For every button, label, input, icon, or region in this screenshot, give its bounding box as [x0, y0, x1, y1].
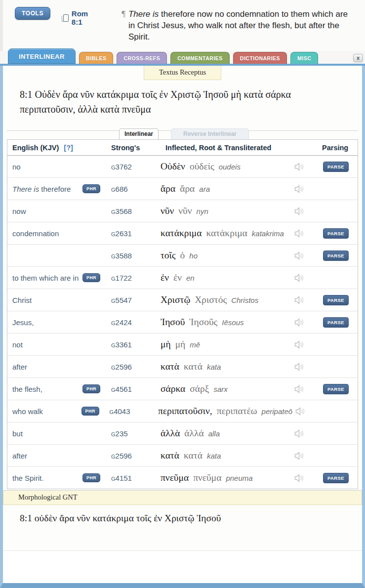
phrase-cell: PHR	[81, 407, 110, 416]
greek-cell: νῦννῦνnyn	[161, 204, 294, 218]
transliteration: mē	[190, 340, 200, 349]
parse-button[interactable]: PARSE	[323, 473, 349, 483]
parse-button[interactable]: PARSE	[323, 317, 349, 328]
english-italic-part: There is	[12, 185, 39, 193]
close-icon[interactable]: x	[353, 54, 363, 62]
transliteration: pneuma	[226, 474, 252, 482]
tab-interlinear[interactable]: INTERLINEAR	[8, 48, 76, 64]
strongs-cell[interactable]: G3568	[111, 207, 161, 215]
strongs-cell[interactable]: G2596	[111, 363, 161, 371]
greek-cell: πνεῦμαπνεῦμαpneuma	[161, 471, 294, 485]
phrase-button[interactable]: PHR	[82, 273, 100, 282]
english-cell: now	[7, 206, 82, 216]
speaker-icon[interactable]	[295, 407, 306, 416]
greek-root: περιπατέω	[217, 406, 257, 416]
transliteration: kata	[207, 452, 221, 460]
phrase-cell: PHR	[82, 229, 111, 238]
speaker-icon[interactable]	[294, 318, 305, 327]
tab-misc[interactable]: MISC	[290, 52, 318, 64]
transliteration: kata	[207, 363, 221, 371]
strongs-cell[interactable]: G2424	[111, 318, 161, 327]
speaker-icon[interactable]	[294, 163, 305, 171]
speaker-icon[interactable]	[294, 452, 305, 460]
parse-button[interactable]: PARSE	[323, 384, 349, 394]
english-cell: Christ	[7, 295, 82, 305]
parse-cell: PARSE	[323, 184, 358, 194]
english-cell: after	[7, 451, 82, 461]
audio-cell	[295, 407, 324, 416]
speaker-icon[interactable]	[294, 274, 305, 282]
greek-root: ἀλλά	[184, 428, 203, 438]
phrase-button[interactable]: PHR	[82, 184, 100, 193]
strongs-prefix: G	[111, 165, 116, 170]
tools-button[interactable]: TOOLS	[15, 7, 50, 20]
greek-inflected: κατάκριμα	[161, 228, 202, 238]
table-row: Jesus, PHR G2424 ἸησοῦἸησοῦςIēsous PARSE	[7, 311, 358, 334]
phrase-cell: PHR	[82, 318, 111, 327]
strongs-cell[interactable]: G3762	[111, 163, 161, 171]
phrase-button[interactable]: PHR	[81, 407, 99, 416]
speaker-icon[interactable]	[294, 474, 305, 482]
tab-dictionaries[interactable]: DICTIONARIES	[233, 52, 287, 64]
speaker-icon[interactable]	[294, 207, 305, 215]
phrase-cell: PHR	[82, 184, 111, 193]
transliteration: katakrima	[252, 229, 284, 238]
table-row: the Spirit. PHR G4151 πνεῦμαπνεῦμαpneuma…	[7, 467, 358, 489]
speaker-icon[interactable]	[294, 340, 305, 349]
greek-cell: σάρκασάρξsarx	[161, 382, 294, 396]
phrase-button[interactable]: PHR	[82, 384, 100, 393]
strongs-cell[interactable]: G2631	[111, 229, 161, 238]
speaker-icon[interactable]	[294, 363, 305, 371]
tab-reverse-interlinear[interactable]: Reverse Interlinear	[171, 128, 249, 139]
strongs-cell[interactable]: G4561	[111, 385, 161, 393]
tab-bibles[interactable]: BIBLES	[79, 52, 114, 64]
strongs-cell[interactable]: G2596	[111, 452, 161, 460]
strongs-prefix: G	[111, 365, 116, 371]
english-cell: after	[7, 362, 82, 372]
speaker-icon[interactable]	[294, 185, 305, 193]
parse-button[interactable]: PARSE	[323, 162, 349, 172]
audio-cell	[294, 185, 323, 193]
strongs-cell[interactable]: G4043	[110, 407, 158, 416]
audio-cell	[294, 363, 323, 371]
speaker-icon[interactable]	[294, 229, 305, 238]
english-word: the flesh,	[12, 385, 42, 393]
tab-commentaries[interactable]: COMMENTARIES	[170, 52, 230, 64]
speaker-icon[interactable]	[294, 252, 305, 260]
english-cell: the flesh,	[7, 384, 82, 394]
strongs-cell[interactable]: G3588	[111, 252, 161, 260]
parse-cell: PARSE	[323, 273, 358, 283]
tab-interlinear[interactable]: Interlinear	[119, 128, 159, 139]
speaker-icon[interactable]	[294, 385, 305, 393]
strongs-number: 686	[116, 185, 128, 193]
parse-cell: PARSE	[323, 206, 358, 216]
strongs-cell[interactable]: G686	[111, 185, 161, 193]
strongs-prefix: G	[111, 454, 116, 460]
strongs-cell[interactable]: G4151	[111, 474, 161, 482]
audio-cell	[294, 340, 323, 349]
english-cell: to them which are in	[7, 273, 82, 283]
greek-inflected: ἄρα	[161, 183, 175, 194]
strongs-cell[interactable]: G235	[111, 429, 161, 438]
parse-button[interactable]: PARSE	[323, 228, 349, 239]
phrase-button[interactable]: PHR	[82, 473, 100, 482]
english-word: to them which are in	[12, 274, 79, 282]
parse-button[interactable]: PARSE	[323, 295, 349, 305]
tab-cross-refs[interactable]: CROSS-REFS	[117, 52, 167, 64]
greek-inflected: μὴ	[161, 339, 171, 349]
speaker-icon[interactable]	[294, 296, 305, 304]
parse-button[interactable]: PARSE	[323, 251, 349, 261]
verse-reference[interactable]: Rom 8:1	[72, 9, 100, 26]
copy-icon[interactable]	[63, 14, 69, 22]
greek-inflected: ἐν	[161, 272, 169, 283]
greek-root: κατά	[184, 450, 203, 461]
greek-cell: κατὰκατάkata	[161, 360, 294, 374]
strongs-cell[interactable]: G5547	[111, 296, 161, 304]
strongs-prefix: G	[111, 253, 116, 259]
strongs-cell[interactable]: G3361	[111, 340, 161, 349]
audio-cell	[294, 163, 323, 171]
greek-cell: κατὰκατάkata	[161, 449, 294, 462]
strongs-cell[interactable]: G1722	[111, 274, 161, 282]
speaker-icon[interactable]	[294, 429, 305, 438]
help-link[interactable]: [?]	[64, 144, 73, 152]
